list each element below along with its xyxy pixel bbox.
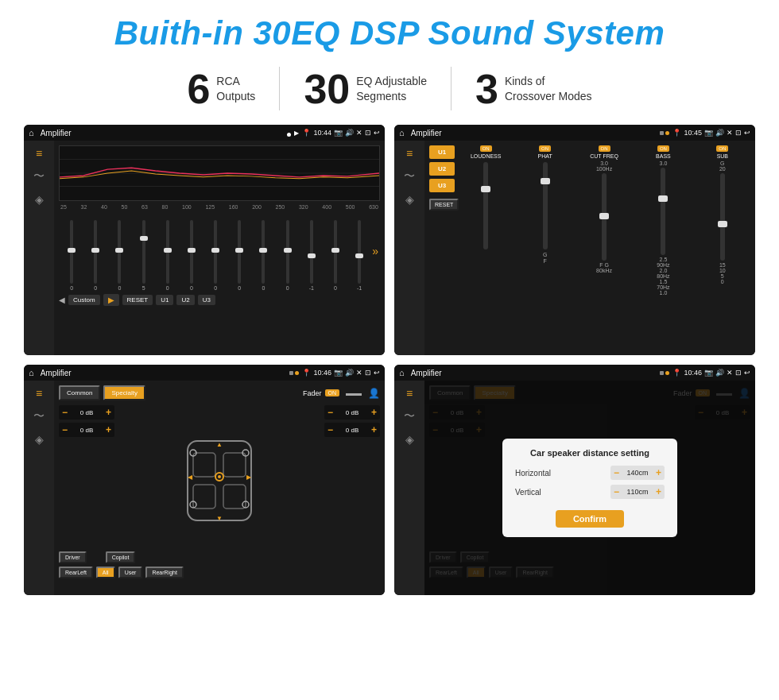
db-control-1: − 0 dB +	[59, 423, 114, 437]
db-control-2: − 0 dB +	[324, 405, 380, 420]
nav-wave-icon-4[interactable]: 〜	[404, 409, 415, 423]
status-bar-4: ⌂ Amplifier 📍 10:46 📷 🔊 ✕ ⊡ ↩	[394, 365, 755, 381]
nav-wave-icon[interactable]: 〜	[33, 169, 45, 184]
sub-on[interactable]: ON	[716, 145, 728, 152]
vertical-plus-btn[interactable]: +	[656, 486, 661, 497]
fader-user-btn[interactable]: User	[118, 567, 143, 578]
phat-on[interactable]: ON	[539, 145, 551, 152]
fader-tabs: Common Specialty Fader ON ▬▬ 👤	[59, 385, 380, 400]
back-icon-4[interactable]: ↩	[744, 369, 750, 377]
volume-icon-1: 🔊	[345, 129, 354, 137]
stat-crossover-text: Kinds of Crossover Modes	[505, 74, 592, 102]
fader-on-toggle[interactable]: ON	[325, 389, 340, 396]
fader-main-content: Common Specialty Fader ON ▬▬ 👤 − 0 dB +	[59, 385, 380, 590]
screen-eq: ⌂ Amplifier ▶ 📍 10:44 📷 🔊 ✕ ⊡ ↩ ≡ 〜 ◈	[24, 125, 385, 355]
eq-slider-3: 5	[133, 220, 155, 291]
phat-slider[interactable]	[543, 162, 548, 249]
preset-u2[interactable]: U2	[429, 162, 455, 176]
app-title-4: Amplifier	[411, 369, 657, 377]
home-icon-4[interactable]: ⌂	[399, 368, 405, 377]
nav-speaker-icon[interactable]: ◈	[35, 193, 44, 206]
nav-wave-icon-3[interactable]: 〜	[33, 409, 45, 423]
db-minus-2[interactable]: −	[327, 407, 333, 418]
fader-all-btn[interactable]: All	[96, 567, 115, 578]
eq-u2-btn[interactable]: U2	[176, 295, 194, 305]
nav-eq-icon[interactable]: ≡	[36, 147, 42, 160]
eq-sliders-row: 0 0 0 5 0	[59, 211, 380, 291]
fader-bottom-bar2: RearLeft All User RearRight	[59, 567, 380, 578]
db-minus-1[interactable]: −	[62, 424, 68, 435]
cutfreq-on[interactable]: ON	[599, 145, 610, 152]
tab-common[interactable]: Common	[59, 385, 100, 400]
time-1: 10:44	[313, 129, 331, 137]
horizontal-minus-btn[interactable]: −	[614, 467, 619, 478]
db-minus-3[interactable]: −	[327, 424, 333, 435]
home-icon-3[interactable]: ⌂	[29, 368, 34, 377]
db-plus-2[interactable]: +	[371, 407, 377, 418]
status-icons-3: 📍 10:46 📷 🔊 ✕ ⊡ ↩	[302, 369, 380, 377]
nav-eq-icon-3[interactable]: ≡	[36, 387, 42, 400]
cross-loudness: ON LOUDNESS	[458, 145, 514, 350]
bass-slider[interactable]	[661, 168, 665, 255]
bass-on[interactable]: ON	[657, 145, 669, 152]
nav-speaker-icon-4[interactable]: ◈	[405, 433, 414, 446]
eq-bottom-bar: ◀ Custom ▶ RESET U1 U2 U3	[59, 294, 380, 306]
db-plus-3[interactable]: +	[371, 424, 377, 435]
vertical-minus-btn[interactable]: −	[614, 486, 619, 497]
loudness-slider[interactable]	[483, 162, 488, 249]
fader-copilot-btn[interactable]: Copilot	[106, 551, 136, 563]
confirm-button[interactable]: Confirm	[556, 510, 624, 528]
dot-icon-2	[660, 131, 669, 135]
eq-reset-btn[interactable]: RESET	[122, 295, 153, 305]
close-icon-2: ✕	[727, 129, 733, 137]
loudness-on[interactable]: ON	[480, 145, 492, 152]
db-val-0: 0 dB	[69, 409, 104, 416]
eq-mode-btn[interactable]: Custom	[68, 295, 100, 305]
crossover-sliders: ON LOUDNESS ON PHAT	[458, 145, 750, 350]
vertical-value: 110cm	[622, 488, 653, 496]
side-nav-1: ≡ 〜 ◈	[24, 141, 54, 355]
cutfreq-slider[interactable]	[602, 173, 607, 261]
back-icon-2[interactable]: ↩	[744, 129, 750, 137]
db-plus-1[interactable]: +	[106, 424, 111, 435]
home-icon-1[interactable]: ⌂	[29, 128, 34, 137]
eq-graph	[59, 145, 380, 201]
eq-u1-btn[interactable]: U1	[156, 295, 173, 305]
sub-slider[interactable]	[720, 173, 725, 261]
horizontal-plus-btn[interactable]: +	[656, 467, 661, 478]
back-icon-3[interactable]: ↩	[374, 369, 380, 377]
fader-driver-btn[interactable]: Driver	[59, 551, 87, 563]
db-val-2: 0 dB	[335, 409, 370, 416]
fader-rearright-btn[interactable]: RearRight	[145, 567, 184, 578]
nav-wave-icon-2[interactable]: 〜	[404, 169, 415, 184]
camera-icon-3: 📷	[334, 369, 343, 377]
home-icon-2[interactable]: ⌂	[399, 128, 405, 137]
db-minus-0[interactable]: −	[62, 407, 68, 418]
preset-u1[interactable]: U1	[429, 145, 455, 159]
nav-speaker-icon-3[interactable]: ◈	[35, 433, 44, 446]
stats-row: 6 RCA Outputs 30 EQ Adjustable Segments …	[24, 67, 755, 110]
db-plus-0[interactable]: +	[106, 407, 111, 418]
dialog-vertical-row: Vertical − 110cm +	[515, 485, 665, 499]
svg-text:▲: ▲	[216, 441, 223, 448]
crossover-reset-btn[interactable]: RESET	[429, 199, 459, 211]
fader-content-wrap: Common Specialty Fader ON ▬▬ 👤 − 0 dB +	[54, 381, 385, 595]
back-icon-1[interactable]: ↩	[374, 129, 380, 137]
stat-crossover: 3 Kinds of Crossover Modes	[452, 68, 616, 110]
eq-slider-7: 0	[228, 220, 250, 291]
nav-eq-icon-2[interactable]: ≡	[406, 147, 413, 160]
nav-eq-icon-4[interactable]: ≡	[406, 387, 413, 400]
dot-icon-4	[660, 371, 669, 375]
eq-u3-btn[interactable]: U3	[198, 295, 215, 305]
tab-specialty[interactable]: Specialty	[103, 385, 145, 400]
preset-u3[interactable]: U3	[429, 179, 455, 192]
eq-slider-10: -1	[300, 220, 323, 291]
stat-rca-text: RCA Outputs	[216, 74, 255, 102]
eq-more-icon[interactable]: »	[372, 245, 378, 257]
nav-speaker-icon-2[interactable]: ◈	[405, 193, 414, 206]
eq-prev-btn[interactable]: ◀	[59, 296, 65, 304]
stat-rca: 6 RCA Outputs	[163, 68, 279, 110]
eq-play-btn[interactable]: ▶	[103, 294, 119, 306]
status-icons-2: 📍 10:45 📷 🔊 ✕ ⊡ ↩	[672, 129, 750, 137]
fader-rearleft-btn[interactable]: RearLeft	[59, 567, 93, 578]
